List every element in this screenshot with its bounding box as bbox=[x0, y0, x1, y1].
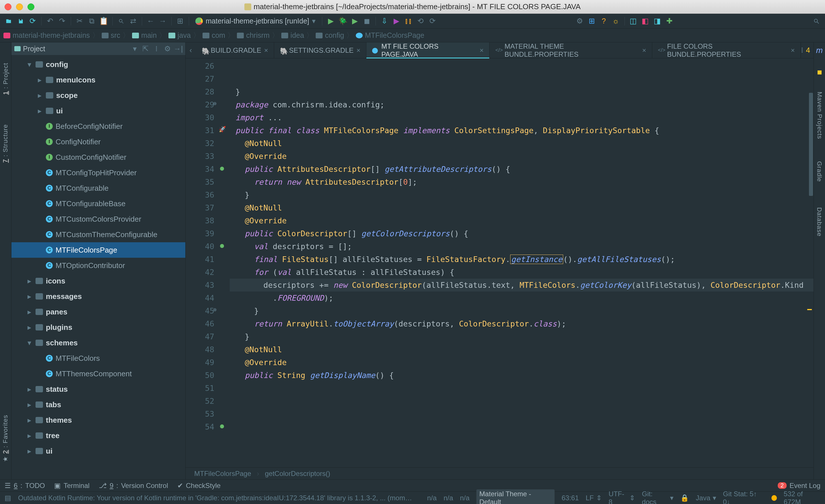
settings-icon[interactable]: ⚙ bbox=[163, 45, 171, 53]
tree-item[interactable]: MTFileColors bbox=[11, 350, 185, 366]
undo-icon[interactable]: ↶ bbox=[45, 16, 55, 26]
tree-item[interactable]: MTOptionContributor bbox=[11, 258, 185, 273]
code-line[interactable]: @NotNull bbox=[235, 201, 808, 214]
memory-indicator[interactable]: 532 of 672M bbox=[784, 490, 820, 504]
git-branch[interactable]: Git: docs ▾ bbox=[642, 490, 673, 504]
terminal-tool-button[interactable]: ▣ Terminal bbox=[54, 482, 90, 490]
tree-item[interactable]: icons bbox=[11, 273, 185, 289]
code-line[interactable]: @NotNull bbox=[235, 137, 808, 150]
tree-item[interactable]: ui bbox=[11, 443, 185, 459]
tree-item[interactable]: ui bbox=[11, 103, 185, 118]
breadcrumb-segment[interactable]: MTFileColorsPage bbox=[356, 31, 424, 39]
editor-tab[interactable]: 🐘SETTINGS.GRADLE× bbox=[274, 43, 366, 58]
tree-item[interactable]: ConfigNotifier bbox=[11, 134, 185, 150]
ef-method[interactable]: getColorDescriptors() bbox=[265, 470, 330, 478]
breadcrumb-segment[interactable]: config bbox=[316, 31, 344, 39]
layout-icon[interactable]: ◨ bbox=[652, 16, 663, 26]
sun-icon[interactable]: ☼ bbox=[611, 16, 621, 26]
code-line[interactable]: final FileStatus[] allFileStatuses = Fil… bbox=[235, 253, 808, 266]
tree-item[interactable]: themes bbox=[11, 412, 185, 428]
status-theme[interactable]: Material Theme - Default bbox=[476, 489, 554, 504]
code-content[interactable]: }package com.chrisrm.idea.config;import … bbox=[230, 59, 814, 467]
event-log-button[interactable]: 2 Event Log bbox=[778, 482, 820, 490]
favorites-tool-button[interactable]: ★ 2: Favorites bbox=[2, 415, 9, 462]
editor-tab[interactable]: MT FILE COLORS PAGE.JAVA× bbox=[366, 43, 490, 58]
tree-item[interactable]: CustomConfigNotifier bbox=[11, 150, 185, 165]
code-line[interactable]: descriptors += new ColorDescriptor(allFi… bbox=[235, 279, 808, 291]
options-icon[interactable]: ⁞ bbox=[152, 45, 161, 53]
structure-tool-button[interactable]: 7: Structure bbox=[2, 124, 9, 163]
close-tab-icon[interactable]: × bbox=[264, 47, 268, 55]
todo-tool-button[interactable]: ☰ 6: TODO bbox=[5, 482, 45, 490]
tree-item[interactable]: menuIcons bbox=[11, 72, 185, 88]
breadcrumb-segment[interactable]: material-theme-jetbrains bbox=[3, 31, 90, 39]
code-line[interactable]: return ArrayUtil.toObjectArray(descripto… bbox=[235, 317, 808, 330]
settings-gear-icon[interactable]: ⚙ bbox=[575, 16, 585, 26]
tree-item[interactable]: MTConfigurable bbox=[11, 180, 185, 196]
editor-tab[interactable]: 🐘BUILD.GRADLE× bbox=[196, 43, 274, 58]
code-line[interactable]: public String getDisplayName() { bbox=[235, 369, 808, 382]
grid-icon-2[interactable]: ⊞ bbox=[587, 16, 597, 26]
stop-icon[interactable]: ◼ bbox=[362, 16, 372, 26]
language-indicator[interactable]: Java ▾ bbox=[696, 494, 716, 502]
history-icon[interactable]: ⟲ bbox=[416, 16, 426, 26]
tree-item[interactable]: panes bbox=[11, 304, 185, 320]
close-tab-icon[interactable]: × bbox=[356, 47, 360, 55]
minimize-window-button[interactable] bbox=[16, 3, 23, 10]
code-line[interactable]: public final class MTFileColorsPage impl… bbox=[235, 124, 808, 137]
editor-tab[interactable]: </>MATERIAL THEME BUNDLE.PROPERTIES× bbox=[490, 43, 652, 58]
tree-item[interactable]: MTCustomThemeConfigurable bbox=[11, 227, 185, 242]
chevron-down-icon[interactable]: ▾ bbox=[130, 45, 139, 53]
run-icon[interactable]: ▶ bbox=[326, 16, 336, 26]
profiler-icon[interactable]: ▶ bbox=[391, 16, 401, 26]
lock-icon[interactable]: 🔒 bbox=[680, 494, 689, 502]
line-ending[interactable]: LF ⇕ bbox=[586, 494, 602, 502]
code-line[interactable]: } bbox=[235, 305, 808, 317]
tree-item[interactable]: status bbox=[11, 382, 185, 397]
tree-item[interactable]: MTConfigTopHitProvider bbox=[11, 165, 185, 180]
breadcrumb-segment[interactable]: chrisrm bbox=[237, 31, 270, 39]
run-gutter-icon[interactable]: 🚀 bbox=[219, 126, 226, 133]
tree-item[interactable]: MTCustomColorsProvider bbox=[11, 211, 185, 227]
fold-icon[interactable]: ⊕ bbox=[213, 100, 217, 107]
run-configuration-selector[interactable]: material-theme-jetbrains [runIde] ▾ bbox=[193, 17, 318, 25]
tree-item[interactable]: scope bbox=[11, 88, 185, 103]
copy-icon[interactable]: ⧉ bbox=[86, 16, 97, 26]
tree-item[interactable]: BeforeConfigNotifier bbox=[11, 118, 185, 134]
tabs-menu-icon[interactable]: ⁞ bbox=[801, 46, 803, 55]
replace-icon[interactable]: ⇄ bbox=[128, 16, 138, 26]
collapse-icon[interactable]: ⇱ bbox=[141, 45, 150, 53]
close-window-button[interactable] bbox=[5, 3, 11, 10]
plugin-icon[interactable]: ✚ bbox=[664, 16, 675, 26]
tabs-overflow[interactable]: ⁞ 4 bbox=[801, 43, 814, 58]
cursor-position[interactable]: 63:61 bbox=[561, 494, 579, 502]
code-line[interactable]: val descriptors = []; bbox=[235, 240, 808, 253]
cut-icon[interactable]: ✂ bbox=[74, 16, 85, 26]
code-editor[interactable]: 2627282930313233343536373839404142434445… bbox=[185, 59, 814, 467]
warning-icon[interactable] bbox=[771, 495, 777, 501]
maven-tool-button[interactable]: Maven Projects bbox=[816, 92, 823, 139]
tree-item[interactable]: tree bbox=[11, 428, 185, 443]
redo-icon[interactable]: ↷ bbox=[57, 16, 67, 26]
override-gutter-icon[interactable] bbox=[220, 167, 224, 171]
tree-item[interactable]: schemes bbox=[11, 335, 185, 350]
debug-icon[interactable]: 🪲 bbox=[338, 16, 348, 26]
file-encoding[interactable]: UTF-8 ⇕ bbox=[609, 490, 635, 504]
scrollbar-thumb[interactable] bbox=[809, 93, 813, 196]
breadcrumb-segment[interactable]: main bbox=[132, 31, 157, 39]
ef-class[interactable]: MTFileColorsPage bbox=[194, 470, 251, 478]
code-line[interactable]: @Override bbox=[235, 150, 808, 163]
breadcrumb-segment[interactable]: idea bbox=[281, 31, 304, 39]
code-line[interactable]: } bbox=[235, 188, 808, 201]
close-tab-icon[interactable]: × bbox=[642, 47, 646, 55]
breadcrumb-segment[interactable]: java bbox=[168, 31, 191, 39]
project-tool-button[interactable]: 1: Project bbox=[2, 63, 9, 95]
tree-item[interactable]: MTConfigurableBase bbox=[11, 196, 185, 211]
code-line[interactable]: } bbox=[235, 85, 808, 98]
database-tool-button[interactable]: Database bbox=[816, 207, 823, 237]
override-gutter-icon[interactable] bbox=[220, 424, 224, 428]
attach-icon[interactable]: ⇩ bbox=[379, 16, 390, 26]
code-line[interactable]: import ... bbox=[235, 111, 808, 124]
project-tree[interactable]: configmenuIconsscopeuiBeforeConfigNotifi… bbox=[11, 55, 185, 479]
reload-icon[interactable]: ⟳ bbox=[427, 16, 438, 26]
